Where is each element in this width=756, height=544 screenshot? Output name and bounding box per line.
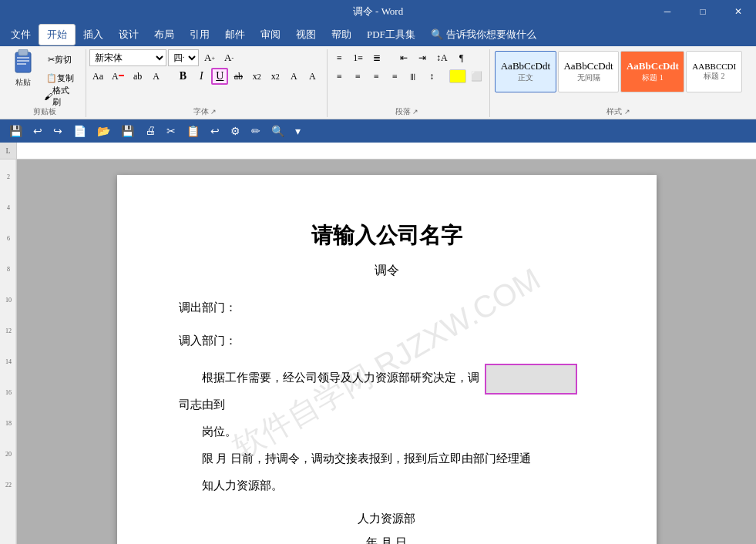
highlight-btn[interactable]: ab — [129, 68, 146, 85]
cut-button[interactable]: ✂ 剪切 — [40, 51, 79, 68]
document-title: 请输入公司名字 — [179, 221, 595, 250]
para2-text: 限 月 日前，持调令，调动交接表报到，报到后立即由部门经理通 — [202, 452, 532, 465]
doc-paragraph-1: 根据工作需要，经公司领导及人力资源部研究决定，调 司志由到 — [179, 364, 595, 415]
menu-help[interactable]: 帮助 — [324, 25, 359, 45]
shading-button[interactable] — [449, 69, 466, 83]
font-name-select[interactable]: 新宋体 — [89, 49, 166, 66]
style-heading1-label: 标题 1 — [642, 72, 664, 83]
vertical-ruler-svg: 2 4 6 8 10 12 14 16 18 20 22 — [0, 160, 17, 544]
font-letter-button[interactable]: A — [148, 68, 165, 85]
decrease-indent-button[interactable]: ⇤ — [395, 49, 412, 66]
font-shrink-button[interactable]: A- — [220, 49, 237, 66]
highlight-selection-box — [485, 364, 577, 395]
document-content[interactable]: 软件自学网.RJZXW.COM 请输入公司名字 调令 调出部门： 调入部门： 根… — [17, 160, 756, 544]
svg-text:10: 10 — [5, 297, 12, 304]
superscript-button[interactable]: x2 — [267, 68, 284, 85]
columns-button[interactable]: ⫼ — [405, 68, 422, 85]
format-painter-button[interactable]: 🖌 格式刷 — [40, 88, 79, 105]
borders-button[interactable]: ⬜ — [468, 68, 485, 85]
bullet-list-button[interactable]: ≡ — [331, 49, 348, 66]
style-heading2-preview: AABBCCDI — [692, 62, 736, 71]
paragraph-controls: ≡ 1≡ ≣ ⇤ ⇥ ↕A ¶ ≡ ≡ ≡ ≡ ⫼ ↕ — [331, 49, 483, 85]
window-title: 调令 - Word — [353, 5, 403, 18]
align-right-button[interactable]: ≡ — [368, 68, 385, 85]
minimize-button[interactable]: ─ — [650, 0, 685, 23]
menu-search[interactable]: 🔍 告诉我你想要做什么 — [423, 25, 544, 45]
show-marks-button[interactable]: ¶ — [453, 49, 470, 66]
align-left-button[interactable]: ≡ — [331, 68, 348, 85]
style-heading1[interactable]: AaBbCcDdt 标题 1 — [620, 51, 684, 92]
menu-design[interactable]: 设计 — [111, 25, 146, 45]
paragraph-label: 段落 ↗ — [331, 105, 483, 117]
svg-rect-4 — [17, 63, 26, 65]
svg-rect-2 — [17, 57, 29, 59]
font-extra-button[interactable]: A — [304, 68, 321, 85]
style-normal[interactable]: AaBbCcDdt 正文 — [495, 51, 556, 92]
qa-save2-button[interactable]: 💾 — [118, 123, 137, 139]
qa-redo-button[interactable]: ↪ — [50, 123, 66, 139]
menu-pdf[interactable]: PDF工具集 — [359, 25, 423, 45]
menu-view[interactable]: 视图 — [288, 25, 324, 45]
menu-layout[interactable]: 布局 — [146, 25, 182, 45]
menu-mail[interactable]: 邮件 — [217, 25, 253, 45]
change-case-button[interactable]: Aa — [89, 68, 106, 85]
restore-button[interactable]: □ — [685, 0, 721, 23]
italic-button[interactable]: I — [193, 68, 210, 85]
menu-file[interactable]: 文件 — [3, 25, 39, 45]
qa-new-button[interactable]: 📄 — [70, 123, 89, 139]
qa-settings-button[interactable]: ⚙ — [227, 123, 244, 139]
para1-note: 岗位。 — [202, 425, 237, 438]
ruler-main: 4 2 4 6 8 10 12 14 16 18 20 22 24 26 28 … — [17, 143, 756, 159]
qa-copy-button[interactable]: 📋 — [183, 123, 203, 139]
clear-format-button[interactable]: A — [285, 68, 302, 85]
menu-references[interactable]: 引用 — [182, 25, 217, 45]
font-size-select[interactable]: 四号 — [168, 49, 199, 66]
close-button[interactable]: ✕ — [721, 0, 756, 23]
style-heading2[interactable]: AABBCCDI 标题 2 — [686, 51, 742, 92]
svg-text:20: 20 — [5, 451, 12, 458]
font-grow-button[interactable]: A+ — [200, 49, 219, 66]
copy-button[interactable]: 📋 复制 — [40, 69, 79, 86]
ribbon: 粘贴 ✂ 剪切 📋 复制 🖌 格式刷 剪贴板 新宋体 — [0, 46, 756, 119]
underline-button[interactable]: U — [211, 68, 228, 85]
qa-edit-button[interactable]: ✏ — [248, 123, 264, 139]
qa-cut-button[interactable]: ✂ — [163, 123, 179, 139]
numbered-list-button[interactable]: 1≡ — [349, 49, 367, 66]
bold-button[interactable]: B — [174, 68, 191, 85]
qa-save-button[interactable]: 💾 — [6, 123, 25, 139]
doc-sign-dept: 人力资源部 — [179, 512, 595, 526]
quick-access-toolbar: 💾 ↩ ↪ 📄 📂 💾 🖨 ✂ 📋 ↩ ⚙ ✏ 🔍 ▾ — [0, 119, 756, 143]
subscript-button[interactable]: x2 — [248, 68, 265, 85]
svg-text:16: 16 — [5, 389, 12, 396]
increase-indent-button[interactable]: ⇥ — [414, 49, 431, 66]
qa-more-button[interactable]: ▾ — [292, 123, 304, 139]
document-page: 软件自学网.RJZXW.COM 请输入公司名字 调令 调出部门： 调入部门： 根… — [117, 175, 657, 544]
qa-open-button[interactable]: 📂 — [94, 123, 113, 139]
multilevel-list-button[interactable]: ≣ — [368, 49, 385, 66]
qa-search-button[interactable]: 🔍 — [268, 123, 287, 139]
styles-section: AaBbCcDdt 正文 AaBbCcDdt 无间隔 AaBbCcDdt 标题 … — [490, 49, 750, 117]
qa-print-button[interactable]: 🖨 — [142, 123, 159, 139]
qa-undo2-button[interactable]: ↩ — [207, 123, 223, 139]
menu-bar: 文件 开始 插入 设计 布局 引用 邮件 审阅 视图 帮助 PDF工具集 🔍 告… — [0, 23, 756, 46]
style-no-spacing-label: 无间隔 — [577, 72, 600, 83]
svg-text:2: 2 — [7, 173, 10, 180]
font-color-button[interactable]: A — [108, 68, 128, 85]
menu-insert[interactable]: 插入 — [76, 25, 111, 45]
style-no-spacing[interactable]: AaBbCcDdt 无间隔 — [558, 51, 620, 92]
paste-button[interactable]: 粘贴 — [9, 49, 37, 88]
align-center-button[interactable]: ≡ — [349, 68, 366, 85]
align-justify-button[interactable]: ≡ — [386, 68, 403, 85]
svg-text:18: 18 — [5, 420, 12, 427]
menu-home[interactable]: 开始 — [39, 24, 76, 45]
svg-rect-1 — [18, 49, 28, 55]
sort-button[interactable]: ↕A — [432, 49, 452, 66]
doc-sign-date: 年 月 日 — [179, 536, 595, 544]
align-row: ≡ ≡ ≡ ≡ ⫼ ↕ ⬜ — [331, 68, 483, 85]
format-buttons-row: Aa A ab A B I U ab x2 x2 A A — [89, 68, 321, 85]
strikethrough-button[interactable]: ab — [230, 68, 247, 85]
line-spacing-button[interactable]: ↕ — [423, 68, 440, 85]
menu-review[interactable]: 审阅 — [253, 25, 288, 45]
doc-line-2: 调入部门： — [179, 331, 595, 351]
qa-undo-button[interactable]: ↩ — [30, 123, 45, 139]
